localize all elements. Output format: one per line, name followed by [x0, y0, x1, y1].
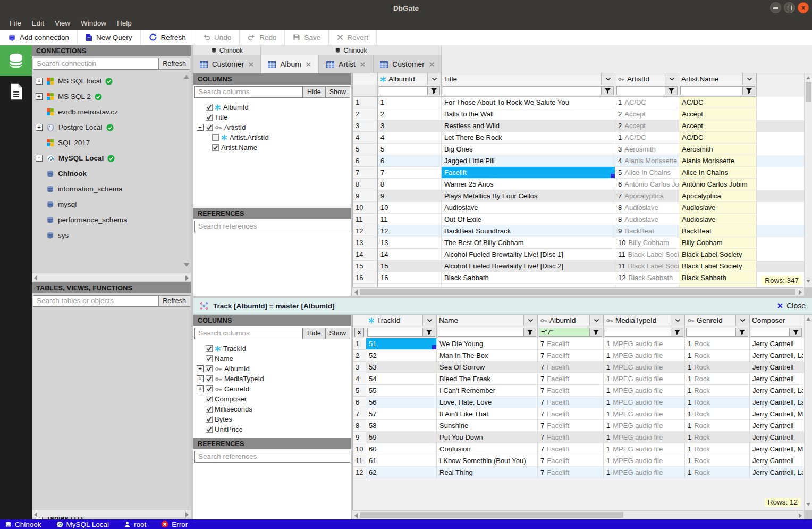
column-menu-button[interactable]	[422, 315, 436, 326]
row-number[interactable]: 10	[353, 443, 366, 455]
cell[interactable]: AC/DC	[679, 97, 757, 108]
cell[interactable]: 2	[378, 108, 442, 120]
cell[interactable]: 1Rock	[685, 467, 750, 478]
row-number[interactable]: 13	[353, 237, 378, 249]
filter-funnel-button[interactable]	[590, 328, 602, 337]
rail-item-connections[interactable]	[0, 45, 32, 76]
cell[interactable]: 5	[378, 144, 442, 155]
tab-album[interactable]: Album	[261, 55, 319, 73]
row-number[interactable]: 7	[353, 408, 366, 420]
column-header-composer[interactable]: Composer	[750, 315, 803, 326]
columns-bottom-show-button[interactable]: Show	[325, 328, 350, 339]
cell[interactable]: I Know Somethin (Bout You)	[437, 455, 538, 467]
cell[interactable]: Bleed The Freak	[437, 373, 538, 385]
tab-customer[interactable]: Customer	[374, 55, 442, 73]
cell[interactable]: Out Of Exile	[442, 214, 615, 225]
new-query-button[interactable]: New Query	[78, 30, 141, 45]
row-number[interactable]: 6	[353, 155, 378, 167]
checkbox-checked[interactable]	[212, 144, 219, 151]
connection-item-sql-2017[interactable]: SQL 2017	[32, 135, 191, 150]
cell[interactable]: Real Thing	[437, 467, 538, 478]
cell[interactable]: Jerry Cantrell	[750, 338, 803, 350]
expander-minus-icon[interactable]: −	[36, 155, 43, 162]
statusbar-item-chinook[interactable]: Chinook	[5, 520, 41, 528]
cell[interactable]: Alice In Chains	[679, 167, 757, 179]
column-header-title[interactable]: Title	[442, 73, 615, 85]
cell[interactable]: Jerry Cantrell	[750, 373, 803, 385]
cell[interactable]: Jerry Cantrell	[750, 420, 803, 432]
row-number[interactable]: 5	[353, 144, 378, 155]
cell[interactable]: BackBeat Soundtrack	[442, 225, 615, 237]
cell[interactable]: 57	[366, 408, 437, 420]
cell[interactable]: 15	[378, 261, 442, 272]
cell[interactable]: 60	[366, 443, 437, 455]
cell[interactable]: 1MPEG audio file	[604, 455, 685, 467]
column-tree-item-milliseconds[interactable]: Milliseconds	[193, 404, 351, 414]
cell[interactable]: 9BackBeat	[615, 225, 679, 237]
cell[interactable]: 7Facelift	[538, 408, 604, 420]
connection-item-sys[interactable]: sys	[32, 228, 191, 243]
cell[interactable]: 12Black Sabbath	[615, 272, 679, 284]
cell[interactable]: Black Sabbath	[679, 272, 757, 284]
column-menu-button[interactable]	[523, 315, 537, 326]
cell[interactable]: Alanis Morissette	[679, 155, 757, 167]
cell[interactable]: 1MPEG audio file	[604, 350, 685, 362]
cell[interactable]: Audioslave	[679, 202, 757, 214]
row-number[interactable]: 11	[353, 214, 378, 225]
cell[interactable]: 1MPEG audio file	[604, 385, 685, 397]
cell[interactable]: 1Rock	[685, 408, 750, 420]
columns-top-search-input[interactable]	[194, 86, 303, 98]
cell[interactable]: 1Rock	[685, 443, 750, 455]
cell[interactable]: 4Alanis Morissette	[615, 155, 679, 167]
columns-bottom-hide-button[interactable]: Hide	[303, 328, 325, 339]
filter-funnel-button[interactable]	[790, 328, 802, 337]
statusbar-item-root[interactable]: root	[124, 520, 146, 528]
cell[interactable]: 7Facelift	[538, 350, 604, 362]
connection-item-information-schema[interactable]: information_schema	[32, 181, 191, 197]
cell[interactable]: 1Rock	[685, 455, 750, 467]
scroll-right-icon[interactable]	[185, 275, 189, 281]
cell[interactable]: 1MPEG audio file	[604, 408, 685, 420]
row-number[interactable]: 5	[353, 385, 366, 397]
column-menu-button[interactable]	[589, 315, 603, 326]
row-number[interactable]: 14	[353, 249, 378, 261]
row-number[interactable]: 11	[353, 455, 366, 467]
cell[interactable]: Sea Of Sorrow	[437, 362, 538, 373]
row-number[interactable]: 2	[353, 108, 378, 120]
row-number[interactable]: 15	[353, 261, 378, 272]
filter-input[interactable]	[686, 328, 736, 337]
cell[interactable]: Confusion	[437, 443, 538, 455]
scroll-right-icon[interactable]	[799, 290, 802, 295]
column-header-trackid[interactable]: TrackId	[366, 315, 437, 326]
cell[interactable]: 7Apocalyptica	[615, 190, 679, 202]
cell[interactable]: Jerry Cantrell	[750, 362, 803, 373]
reference-close-button[interactable]: Close	[777, 301, 806, 310]
checkbox-checked[interactable]	[206, 365, 213, 372]
cell[interactable]: 1Rock	[685, 350, 750, 362]
cell[interactable]: 5Alice In Chains	[615, 167, 679, 179]
cell[interactable]: 6	[378, 155, 442, 167]
cell[interactable]: 59	[366, 432, 437, 443]
column-tree-item-bytes[interactable]: Bytes	[193, 414, 351, 424]
cell[interactable]: 7Facelift	[538, 338, 604, 350]
cell[interactable]: Black Label Society	[679, 261, 757, 272]
references-top-search-input[interactable]	[194, 221, 350, 232]
column-tree-item-trackid[interactable]: TrackId	[193, 343, 351, 354]
filter-funnel-button[interactable]	[736, 328, 748, 337]
cell[interactable]: 1MPEG audio file	[604, 397, 685, 408]
cell[interactable]: 61	[366, 455, 437, 467]
column-menu-button[interactable]	[735, 315, 749, 326]
row-number[interactable]: 3	[353, 362, 366, 373]
connection-item-mysql-local[interactable]: −MySQL Local	[32, 150, 191, 166]
cell[interactable]: 8	[378, 179, 442, 190]
tab-customer[interactable]: Customer	[193, 55, 261, 73]
connection-item-chinook[interactable]: Chinook	[32, 166, 191, 181]
scrollbar-thumb[interactable]	[360, 289, 795, 295]
cell[interactable]: 1Rock	[685, 397, 750, 408]
cell[interactable]: 2Accept	[615, 120, 679, 132]
row-number[interactable]: 6	[353, 397, 366, 408]
cell[interactable]: Plays Metallica By Four Cellos	[442, 190, 615, 202]
column-tree-item-artist-name[interactable]: Artist.Name	[193, 142, 351, 153]
cell[interactable]: 13	[378, 237, 442, 249]
cell[interactable]: 7Facelift	[538, 432, 604, 443]
